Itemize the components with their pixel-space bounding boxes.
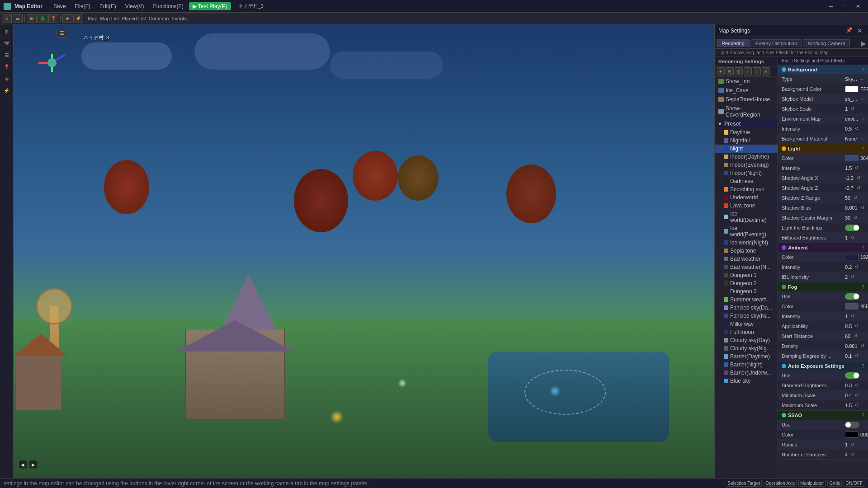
preset-indoor-night[interactable]: Indoor(Night)	[715, 169, 778, 177]
preset-lava[interactable]: Lava zone	[715, 202, 778, 210]
prop-reset[interactable]: ↺	[859, 205, 866, 211]
maximize-button[interactable]: □	[838, 2, 851, 11]
section-fog-header[interactable]: Fog ?	[778, 282, 868, 291]
preset-nightfall[interactable]: Nightfall	[715, 136, 778, 145]
preset-bad-weather[interactable]: Bad weather	[715, 255, 778, 263]
left-icon-5[interactable]: ◈	[1, 73, 12, 84]
nav-next[interactable]: ▶	[29, 460, 38, 469]
prop-reset[interactable]: ↺	[854, 126, 860, 132]
menu-functions[interactable]: Functions(F)	[150, 2, 187, 10]
left-icon-4[interactable]: 📍	[1, 61, 12, 72]
tab-enemy[interactable]: Enemy Distribution	[750, 39, 802, 47]
prop-arrow[interactable]: →	[859, 96, 864, 102]
prop-reset[interactable]: ↺	[849, 106, 856, 112]
bg-color-swatch[interactable]	[845, 86, 859, 92]
preset-summer[interactable]: Summer weath...	[715, 296, 778, 304]
prop-reset[interactable]: ↺	[849, 313, 856, 319]
prop-reset[interactable]: ↺	[854, 165, 860, 171]
status-manipulator[interactable]: Manipulator	[798, 480, 826, 487]
prop-reset[interactable]: ↺	[854, 264, 860, 270]
viewport-menu-button[interactable]: ☰	[57, 29, 67, 38]
rendering-item-snow-inn[interactable]: Snow_Inn	[715, 77, 778, 86]
ae-use-toggle[interactable]	[845, 372, 859, 379]
section-auto-exposure-header[interactable]: Auto Exposure Settings ?	[778, 361, 868, 371]
ambient-help-icon[interactable]: ?	[862, 245, 864, 250]
preset-indoor-daytime[interactable]: Indoor(Daytime)	[715, 153, 778, 161]
tab-rendering[interactable]: Rendering	[717, 39, 750, 47]
prop-reset[interactable]: ↺	[854, 382, 860, 389]
prop-reset[interactable]: ↺	[854, 392, 860, 399]
fog-help-icon[interactable]: ?	[862, 284, 864, 290]
close-button[interactable]: ✕	[852, 2, 864, 11]
prop-reset[interactable]: ↺	[855, 185, 862, 191]
background-help-icon[interactable]: ?	[862, 67, 864, 72]
preset-sepia[interactable]: Sepia tone	[715, 247, 778, 255]
preset-dungeon3[interactable]: Dungeon 3	[715, 287, 778, 296]
status-operation-axis[interactable]: Operation Axis	[764, 480, 797, 487]
section-background-header[interactable]: Background ?	[778, 65, 868, 74]
rl-add[interactable]: +	[717, 67, 725, 75]
preset-ice-night[interactable]: Ice world(Night)	[715, 239, 778, 247]
menu-testplay[interactable]: ▶ Test Play(P)	[189, 2, 231, 10]
status-selection-target[interactable]: Selection Target	[726, 480, 762, 487]
prop-reset[interactable]: ↺	[854, 402, 860, 408]
rendering-item-snow-region[interactable]: Snow-CoverdRegion	[715, 104, 778, 119]
prop-arrow[interactable]: →	[859, 136, 864, 142]
prop-reset[interactable]: ↺	[852, 333, 859, 339]
preset-milky-way[interactable]: Milky way	[715, 320, 778, 328]
preset-barrier-day[interactable]: Barrier(Daytime)	[715, 352, 778, 361]
left-icon-1[interactable]: ⊞	[1, 26, 12, 37]
ssao-use-toggle[interactable]	[845, 422, 859, 428]
menu-edit[interactable]: Edit(E)	[96, 2, 120, 10]
prop-reset[interactable]: ↺	[855, 175, 862, 181]
ssao-color-swatch[interactable]	[845, 432, 859, 438]
menu-file[interactable]: File(F)	[71, 2, 94, 10]
prop-reset[interactable]: ↺	[849, 235, 856, 241]
light-help-icon[interactable]: ?	[862, 146, 864, 151]
preset-bad-weather-night[interactable]: Bad weather(N...	[715, 263, 778, 271]
rl-paste[interactable]: ⎗	[735, 67, 743, 75]
preset-darkness[interactable]: Darkness	[715, 177, 778, 185]
tab-camera[interactable]: Working Camera	[803, 39, 850, 47]
left-icon-6[interactable]: ⚡	[1, 85, 12, 96]
preset-scorching-sun[interactable]: Scorching sun	[715, 185, 778, 193]
preset-cloudy-night[interactable]: Cloudy sky(Nig...	[715, 344, 778, 352]
rl-up[interactable]: ↑	[744, 67, 752, 75]
panel-pin-button[interactable]: 📌	[844, 27, 854, 34]
preset-barrier-night[interactable]: Barrier(Night)	[715, 361, 778, 369]
ssao-help-icon[interactable]: ?	[862, 413, 864, 418]
light-color-swatch[interactable]	[845, 155, 859, 161]
prop-reset[interactable]: ↺	[849, 441, 856, 448]
section-ambient-header[interactable]: Ambient ?	[778, 243, 868, 252]
prop-reset[interactable]: ↺	[859, 343, 866, 349]
panel-close-button[interactable]: ✕	[855, 27, 864, 34]
rl-copy[interactable]: ⎘	[726, 67, 734, 75]
prop-arrow[interactable]: →	[860, 116, 865, 122]
preset-full-moon[interactable]: Full moon	[715, 328, 778, 336]
minimize-button[interactable]: ─	[825, 2, 837, 11]
rendering-item-ice-cave[interactable]: Ice_Cave	[715, 86, 778, 95]
toolbar-place[interactable]: 📍	[48, 14, 58, 23]
preset-dungeon1[interactable]: Dungeon 1	[715, 271, 778, 279]
preset-cloudy-day[interactable]: Cloudy sky(Day)	[715, 336, 778, 344]
fog-color-swatch[interactable]	[845, 303, 859, 310]
prop-reset[interactable]: ↺	[849, 451, 856, 458]
preset-indoor-evening[interactable]: Indoor(Evening)	[715, 161, 778, 169]
menu-view[interactable]: View(V)	[122, 2, 148, 10]
prop-reset[interactable]: ↺	[852, 215, 859, 221]
section-light-header[interactable]: Light ?	[778, 144, 868, 153]
preset-night[interactable]: Night	[715, 145, 778, 153]
ambient-color-swatch[interactable]	[845, 254, 859, 260]
toolbar-list[interactable]: ☰	[13, 14, 23, 23]
left-icon-3[interactable]: ☰	[1, 50, 12, 61]
viewport[interactable]: ☰ ネイデ村_3 ◀ ▶	[14, 24, 714, 478]
fog-use-toggle[interactable]	[845, 293, 859, 300]
toolbar-tree[interactable]: 🌲	[38, 14, 47, 23]
left-icon-2[interactable]: 🗺	[1, 38, 12, 49]
rl-down[interactable]: ↓	[753, 67, 761, 75]
nav-prev[interactable]: ◀	[18, 460, 27, 469]
preset-ice-eve[interactable]: Ice world(Evening)	[715, 224, 778, 239]
preset-fancied-day[interactable]: Fancied sky(Da...	[715, 304, 778, 312]
status-grids[interactable]: Grids	[827, 480, 842, 487]
toolbar-events[interactable]: ⚡	[73, 14, 83, 23]
